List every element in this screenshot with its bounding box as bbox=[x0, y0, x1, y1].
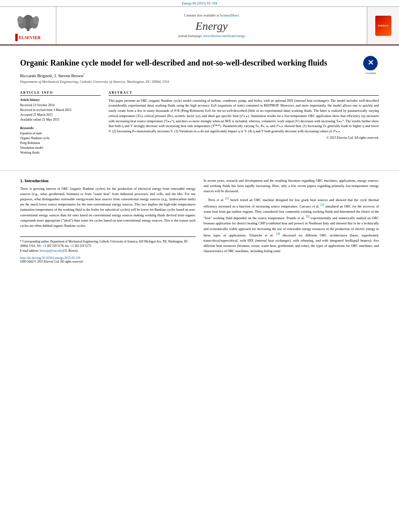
author-names: Riccardo Brignoli, J. Steven Brown bbox=[20, 73, 83, 78]
svg-text:CrossMark: CrossMark bbox=[366, 68, 375, 70]
abstract-paragraph: This paper presents an ORC (organic Rank… bbox=[109, 98, 379, 134]
right-intro-para-2: Peris et al. [1] bench tested an ORC mac… bbox=[204, 196, 379, 254]
intro-section-title: 1. Introduction bbox=[20, 178, 195, 183]
journal-reference-bar: Energy 86 (2015) 93–104 bbox=[0, 0, 399, 6]
keywords-list: Equation of state Organic Rankine cycle … bbox=[20, 131, 101, 155]
ref-3: [3] bbox=[306, 215, 309, 218]
email-label: E-mail address: bbox=[20, 249, 39, 253]
journal-center: Contents lists available at ScienceDirec… bbox=[56, 7, 367, 44]
svg-point-5 bbox=[33, 16, 39, 24]
keywords-label: Keywords: bbox=[20, 126, 101, 130]
affiliation-text: Department of Mechanical Engineering, Ca… bbox=[20, 80, 379, 84]
homepage-line: journal homepage: www.elsevier.com/locat… bbox=[178, 34, 245, 38]
received-date: Received 23 October 2014 Received in rev… bbox=[20, 103, 101, 122]
article-info-header: ARTICLE INFO bbox=[20, 91, 101, 96]
sciencedirect-line: Contents lists available at ScienceDirec… bbox=[184, 13, 239, 17]
main-content: 1. Introduction There is growing interes… bbox=[0, 178, 399, 271]
svg-point-4 bbox=[17, 16, 23, 24]
introduction-right-column: In recent years, research and developmen… bbox=[204, 178, 379, 263]
energy-logo-box: ENERGY bbox=[367, 7, 399, 44]
introduction-left-column: 1. Introduction There is growing interes… bbox=[20, 178, 195, 263]
contents-prefix: Contents lists available at bbox=[184, 13, 219, 17]
email-line: E-mail address: brownjs@cua.edu (J.S. Br… bbox=[20, 249, 195, 253]
two-column-main: 1. Introduction There is growing interes… bbox=[20, 178, 379, 263]
corresponding-author-note: * Corresponding author. Department of Me… bbox=[20, 239, 195, 249]
crossmark-label: CrossMark bbox=[363, 72, 379, 74]
email-address: brownjs@cua.edu bbox=[40, 249, 62, 253]
right-intro-para-1: In recent years, research and developmen… bbox=[204, 178, 379, 194]
intro-right-body: In recent years, research and developmen… bbox=[204, 178, 379, 254]
journal-banner: ELSEVIER Contents lists available at Sci… bbox=[0, 6, 399, 45]
footnote-section: * Corresponding author. Department of Me… bbox=[20, 236, 195, 263]
email-owner: (J.S. Brown). bbox=[62, 249, 78, 253]
intro-section-num: 1. bbox=[20, 178, 23, 183]
elsevier-label: ELSEVIER bbox=[19, 35, 41, 40]
homepage-prefix: journal homepage: bbox=[178, 34, 202, 38]
issn-line: 0360-5442/© 2015 Elsevier Ltd. All right… bbox=[20, 260, 195, 263]
elsevier-logo-box: ELSEVIER bbox=[0, 7, 56, 44]
section-divider bbox=[0, 170, 399, 171]
intro-section-label: Introduction bbox=[25, 178, 49, 183]
elsevier-tree-icon bbox=[14, 10, 42, 32]
paper-title: Organic Rankine cycle model for well-des… bbox=[20, 58, 334, 68]
intro-paragraph-1: There is growing interest in ORC (organi… bbox=[20, 186, 195, 228]
keywords-block: Keywords: Equation of state Organic Rank… bbox=[20, 126, 101, 155]
article-history-block: Article history: Received 23 October 201… bbox=[20, 98, 101, 122]
energy-logo-inner: ENERGY bbox=[375, 16, 391, 36]
svg-text:✕: ✕ bbox=[368, 59, 374, 67]
abstract-body: This paper presents an ORC (organic Rank… bbox=[109, 98, 379, 140]
asterisk-sup: * bbox=[83, 73, 85, 76]
homepage-url: www.elsevier.com/locate/energy bbox=[203, 34, 245, 38]
authors-line: Riccardo Brignoli, J. Steven Brown* bbox=[20, 73, 379, 78]
energy-logo-icon: ENERGY bbox=[375, 16, 391, 36]
paper-body: Organic Rankine cycle model for well-des… bbox=[0, 45, 399, 163]
abstract-column: ABSTRACT This paper presents an ORC (org… bbox=[109, 91, 379, 155]
copyright-line: © 2015 Elsevier Ltd. All rights reserved… bbox=[109, 136, 379, 140]
history-label: Article history: bbox=[20, 98, 101, 102]
article-info-column: ARTICLE INFO Article history: Received 2… bbox=[20, 91, 101, 155]
intro-left-body: There is growing interest in ORC (organi… bbox=[20, 186, 195, 228]
elsevier-red-bar bbox=[15, 34, 18, 41]
doi-issn-block: http://dx.doi.org/10.1016/j.energy.2015.… bbox=[20, 256, 195, 263]
elsevier-wordmark: ELSEVIER bbox=[15, 34, 41, 41]
footnote-corresponding: * Corresponding author. Department of Me… bbox=[20, 239, 195, 253]
abstract-header: ABSTRACT bbox=[109, 91, 379, 96]
journal-header: Energy 86 (2015) 93–104 ELSEVIER Content… bbox=[0, 0, 399, 45]
journal-reference-text: Energy 86 (2015) 93–104 bbox=[182, 1, 217, 5]
journal-title-display: Energy bbox=[195, 20, 228, 33]
crossmark-logo: ✕ CrossMark CrossMark bbox=[363, 55, 379, 72]
ref-4: [4] bbox=[276, 232, 280, 236]
ref-2: [2] bbox=[321, 203, 324, 207]
article-info-abstract-section: ARTICLE INFO Article history: Received 2… bbox=[20, 91, 379, 155]
doi-link: http://dx.doi.org/10.1016/j.energy.2015.… bbox=[20, 256, 195, 260]
ref-1: [1] bbox=[225, 197, 229, 200]
sciencedirect-name: ScienceDirect bbox=[220, 13, 239, 17]
